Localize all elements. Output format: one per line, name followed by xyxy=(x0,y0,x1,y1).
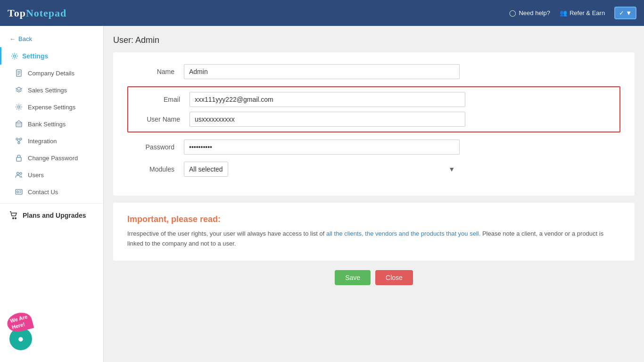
sidebar-item-contact-us[interactable]: Contact Us xyxy=(0,183,103,200)
password-row: Password xyxy=(127,140,620,155)
page-title: User: Admin xyxy=(113,35,635,45)
back-arrow-icon: ← xyxy=(9,35,16,42)
form-card: Name Email User Name Password xyxy=(113,52,635,196)
header: TopNotepad ◯ Need help? 👥 Refer & Earn ✓… xyxy=(0,0,644,26)
notice-card: Important, please read: Irrespective of … xyxy=(113,203,635,261)
layout: ← Back Settings Company Detail xyxy=(0,26,644,362)
document-icon xyxy=(15,69,23,77)
modules-row: Modules All selected Sales Expense Bank … xyxy=(127,162,620,177)
modules-select[interactable]: All selected Sales Expense Bank Reports xyxy=(184,162,228,177)
name-input[interactable] xyxy=(184,64,460,79)
sidebar-item-bank-settings[interactable]: Bank Settings xyxy=(0,115,103,132)
back-link[interactable]: ← Back xyxy=(0,31,103,47)
save-button[interactable]: Save xyxy=(335,270,371,285)
help-icon: ◯ xyxy=(509,9,516,16)
sales-settings-label: Sales Settings xyxy=(28,87,67,94)
password-label: Password xyxy=(127,143,184,151)
modules-select-wrapper: All selected Sales Expense Bank Reports … xyxy=(184,162,460,177)
users-icon xyxy=(15,171,23,179)
svg-line-15 xyxy=(17,140,19,142)
highlighted-section: Email User Name xyxy=(127,86,620,132)
sidebar-item-integration[interactable]: Integration xyxy=(0,132,103,149)
close-button[interactable]: Close xyxy=(375,270,413,285)
cart-icon xyxy=(9,211,18,220)
layers-icon xyxy=(15,86,23,94)
email-label: Email xyxy=(133,96,190,103)
svg-point-0 xyxy=(14,55,16,58)
refer-icon: 👥 xyxy=(560,9,567,16)
bank-icon xyxy=(15,120,23,128)
notice-text: Irrespective of the user rights, your us… xyxy=(127,229,620,249)
sidebar-item-company-details[interactable]: Company Details xyxy=(0,65,103,82)
integration-icon xyxy=(15,137,23,145)
integration-label: Integration xyxy=(28,138,57,145)
svg-line-16 xyxy=(19,140,21,142)
main-content: User: Admin Name Email User Name xyxy=(104,26,644,362)
username-input[interactable] xyxy=(190,112,465,127)
sidebar: ← Back Settings Company Detail xyxy=(0,26,104,362)
buttons-row: Save Close xyxy=(113,270,635,285)
svg-point-18 xyxy=(17,173,19,175)
svg-rect-17 xyxy=(17,157,21,161)
sidebar-item-expense-settings[interactable]: Expense Settings xyxy=(0,99,103,115)
need-help-link[interactable]: ◯ Need help? xyxy=(509,9,550,16)
need-help-label: Need help? xyxy=(519,9,550,16)
sidebar-item-change-password[interactable]: Change Password xyxy=(0,149,103,166)
back-label: Back xyxy=(18,35,32,42)
svg-point-13 xyxy=(18,142,20,144)
email-input[interactable] xyxy=(190,92,465,107)
username-label: User Name xyxy=(133,115,190,123)
svg-point-19 xyxy=(20,173,22,174)
sidebar-item-plans[interactable]: Plans and Upgrades xyxy=(0,206,103,224)
users-label: Users xyxy=(28,172,44,179)
settings-section-icon xyxy=(11,52,18,60)
gear-icon xyxy=(15,103,23,111)
logo: TopNotepad xyxy=(8,7,66,19)
expense-settings-label: Expense Settings xyxy=(28,104,75,111)
email-row: Email xyxy=(133,92,615,107)
svg-point-24 xyxy=(13,218,14,219)
refer-earn-label: Refer & Earn xyxy=(570,9,605,16)
svg-point-25 xyxy=(15,218,16,219)
notice-title: Important, please read: xyxy=(127,214,620,224)
name-label: Name xyxy=(127,68,184,75)
sidebar-divider xyxy=(0,203,103,204)
sidebar-item-users[interactable]: Users xyxy=(0,166,103,183)
plans-label: Plans and Upgrades xyxy=(23,212,86,219)
header-nav: ◯ Need help? 👥 Refer & Earn ✓ ▼ xyxy=(509,7,636,19)
password-input[interactable] xyxy=(184,140,460,155)
refer-earn-link[interactable]: 👥 Refer & Earn xyxy=(560,9,605,16)
checkmark-icon: ✓ xyxy=(619,9,624,16)
sidebar-item-sales-settings[interactable]: Sales Settings xyxy=(0,82,103,99)
company-details-label: Company Details xyxy=(28,70,74,77)
chat-icon: ● xyxy=(17,333,24,345)
modules-label: Modules xyxy=(127,165,184,173)
svg-marker-5 xyxy=(16,87,22,90)
sidebar-section-settings: Settings xyxy=(0,47,103,65)
account-dropdown-icon: ▼ xyxy=(626,9,632,16)
account-button[interactable]: ✓ ▼ xyxy=(614,7,636,19)
lock-icon xyxy=(15,154,23,162)
bank-settings-label: Bank Settings xyxy=(28,121,66,128)
contact-icon xyxy=(15,188,23,196)
svg-point-6 xyxy=(18,106,20,108)
select-arrow-icon: ▼ xyxy=(448,165,455,173)
username-row: User Name xyxy=(133,112,615,127)
chat-widget: We AreHere! ● xyxy=(9,328,32,350)
settings-label: Settings xyxy=(22,52,48,60)
name-row: Name xyxy=(127,64,620,79)
contact-us-label: Contact Us xyxy=(28,189,58,196)
change-password-label: Change Password xyxy=(28,155,78,162)
svg-point-21 xyxy=(17,191,19,193)
